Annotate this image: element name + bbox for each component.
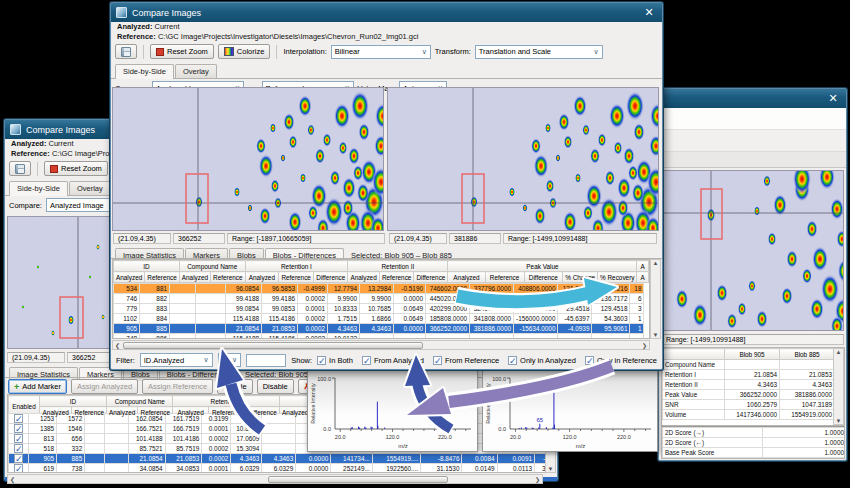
show-option-only-in-analyzed[interactable]: ✓Only in Analyzed bbox=[508, 356, 576, 365]
table-row[interactable]: Compound Name bbox=[663, 360, 835, 370]
cell: 141734... bbox=[331, 454, 373, 464]
colorize-button[interactable]: Colorize bbox=[218, 44, 271, 59]
svg-text:0.0: 0.0 bbox=[323, 426, 331, 432]
show-option-from-reference[interactable]: ✓From Reference bbox=[433, 356, 499, 365]
table-row[interactable]: 1102884115.4188115.41860.00021.75151.686… bbox=[114, 314, 644, 324]
checkbox-icon[interactable]: ✓ bbox=[508, 356, 517, 365]
scroll-left-icon[interactable]: ❮ bbox=[8, 476, 17, 483]
hscroll-thumb[interactable] bbox=[268, 476, 448, 483]
analyzed-image-panel[interactable] bbox=[112, 87, 384, 231]
enabled-checkbox[interactable]: ✓ bbox=[14, 464, 23, 473]
svg-text:120.0: 120.0 bbox=[563, 434, 577, 440]
cursor-coords: (21.09,4.35) bbox=[389, 233, 447, 244]
scroll-down-icon[interactable]: ▼ bbox=[653, 332, 659, 338]
scroll-up-icon[interactable]: ▲ bbox=[653, 260, 659, 266]
enabled-checkbox[interactable]: ✓ bbox=[14, 434, 23, 443]
table-row[interactable]: Retention II4.34634.3463 bbox=[663, 380, 835, 390]
reference-image-panel[interactable] bbox=[387, 87, 659, 231]
enabled-checkbox[interactable]: ✓ bbox=[14, 414, 23, 423]
svg-text:20.0: 20.0 bbox=[335, 434, 346, 440]
cell: 0.0001 bbox=[202, 424, 231, 434]
checkbox-icon[interactable]: ✓ bbox=[317, 356, 326, 365]
window-title: Compare Images bbox=[26, 125, 95, 135]
scroll-left-icon[interactable]: ❮ bbox=[113, 342, 122, 349]
enabled-checkbox[interactable]: ✓ bbox=[14, 444, 23, 453]
cell: -156000.0000 bbox=[514, 314, 558, 324]
cell: 0.0084 bbox=[462, 454, 497, 464]
cell: 166.7519 bbox=[165, 424, 202, 434]
transform-combo[interactable]: Translation and Scale∨ bbox=[475, 45, 603, 59]
table-row[interactable]: 2D Score (←)1.0000 bbox=[663, 438, 846, 448]
enabled-checkbox[interactable]: ✓ bbox=[14, 424, 23, 433]
tab-side-by-side[interactable]: Side-by-Side bbox=[115, 64, 174, 79]
table-row[interactable]: 748886115.4188115.41860.000210.0133 bbox=[114, 334, 644, 340]
scroll-down-icon[interactable]: ▼ bbox=[548, 466, 554, 472]
hscroll-thumb[interactable] bbox=[123, 342, 423, 349]
filter-value-input[interactable] bbox=[246, 354, 286, 367]
cell: 0.0149 bbox=[462, 464, 497, 474]
filter-field-combo[interactable]: ID.Analyzed∨ bbox=[140, 353, 213, 367]
right-window-titlebar[interactable]: ✕ bbox=[659, 89, 846, 108]
assign-analyzed-button[interactable]: Assign Analyzed bbox=[71, 379, 138, 394]
scroll-right-icon[interactable]: ❯ bbox=[533, 476, 542, 483]
scroll-up-icon[interactable]: ▲ bbox=[836, 349, 842, 355]
table-row[interactable]: Base Peak Score1.0000 bbox=[663, 448, 846, 458]
front-table-vscrollbar[interactable]: ▲ ▼ bbox=[650, 259, 661, 339]
show-option-only-in-reference[interactable]: ✓Only in Reference bbox=[585, 356, 657, 365]
table-row[interactable]: 2D Score (→)1.0000 bbox=[663, 428, 846, 438]
table-row[interactable]: Volume1417346.00001554919.0000 bbox=[663, 410, 835, 420]
cell: 1546 bbox=[57, 424, 85, 434]
scroll-down-icon[interactable]: ▼ bbox=[836, 418, 842, 424]
table-row[interactable]: 77988399.085499.08530.000110.833310.7685… bbox=[114, 304, 644, 314]
table-row[interactable]: 53488196.085496.5853-0.499912.779413.298… bbox=[114, 284, 644, 294]
enabled-checkbox[interactable]: ✓ bbox=[14, 454, 23, 463]
front-table-hscrollbar[interactable]: ❮ ❯ bbox=[112, 340, 650, 350]
save-button[interactable] bbox=[115, 44, 137, 59]
filter-op-combo[interactable]: =∨ bbox=[218, 353, 242, 367]
assign-reference-button[interactable]: Assign Reference bbox=[142, 379, 213, 394]
blob-table-vscrollbar[interactable]: ▲ ▼ bbox=[833, 348, 844, 425]
checkbox-icon[interactable]: ✓ bbox=[585, 356, 594, 365]
table-row[interactable]: Retention I21.085421.0853 bbox=[663, 370, 835, 380]
show-option-in-both[interactable]: ✓In Both bbox=[317, 356, 353, 365]
reset-zoom-button[interactable]: Reset Zoom bbox=[150, 44, 214, 59]
cell: 534 bbox=[114, 284, 140, 294]
cell: 101.4188 bbox=[128, 434, 165, 444]
table-row[interactable]: 90588521.085421.08530.00024.34634.34630.… bbox=[114, 324, 644, 334]
save-button[interactable] bbox=[9, 161, 31, 176]
cell: 366252.0000 bbox=[426, 324, 470, 334]
reset-zoom-button[interactable]: Reset Zoom bbox=[44, 161, 108, 176]
cell: 0.0000 bbox=[296, 454, 331, 464]
table-row[interactable]: ✓61973834.085434.08530.00016.03296.03290… bbox=[9, 464, 552, 474]
range-readout: Range: [-1499,10991488] bbox=[503, 233, 657, 244]
cell bbox=[105, 454, 129, 464]
checkbox-icon[interactable]: ✓ bbox=[433, 356, 442, 365]
checkbox-icon[interactable]: ✓ bbox=[362, 356, 371, 365]
table-row[interactable]: Spectral Score971.0000 bbox=[663, 458, 846, 460]
svg-text:220.0: 220.0 bbox=[617, 434, 631, 440]
compare-label: Compare: bbox=[9, 201, 42, 210]
table-row[interactable]: 74688299.418899.41860.00029.99009.99000.… bbox=[114, 294, 644, 304]
left-table-hscrollbar[interactable]: ❮ ❯ bbox=[7, 474, 543, 484]
save-icon bbox=[15, 164, 25, 174]
tab-overlay[interactable]: Overlay bbox=[69, 181, 111, 195]
interpolation-combo[interactable]: Bilinear∨ bbox=[331, 45, 431, 59]
scroll-right-icon[interactable]: ❯ bbox=[640, 342, 649, 349]
close-icon[interactable]: ✕ bbox=[825, 93, 841, 104]
tab-overlay[interactable]: Overlay bbox=[175, 64, 217, 78]
front-window-titlebar[interactable]: Compare Images ✕ bbox=[111, 3, 662, 22]
table-row[interactable]: Peak Value366252.0000381886.0000 bbox=[663, 390, 835, 400]
table-row[interactable]: SNR1060.25791047.3189 bbox=[663, 400, 835, 410]
cell: 408806.0000 bbox=[514, 284, 558, 294]
right-chromatogram-image[interactable] bbox=[661, 170, 844, 331]
table-row[interactable]: ✓90588521.085421.08530.00024.34634.34630… bbox=[9, 454, 552, 464]
disable-button[interactable]: Disable bbox=[257, 379, 294, 394]
svg-text:91: 91 bbox=[551, 377, 558, 383]
cell bbox=[85, 454, 105, 464]
show-option-from-analyzed[interactable]: ✓From Analyzed bbox=[362, 356, 424, 365]
enable-button[interactable]: Enable bbox=[217, 379, 252, 394]
cell: -15634.0000 bbox=[514, 324, 558, 334]
close-icon[interactable]: ✕ bbox=[641, 7, 657, 18]
tab-side-by-side[interactable]: Side-by-Side bbox=[9, 181, 68, 196]
add-marker-button[interactable]: +Add Marker bbox=[8, 379, 67, 394]
